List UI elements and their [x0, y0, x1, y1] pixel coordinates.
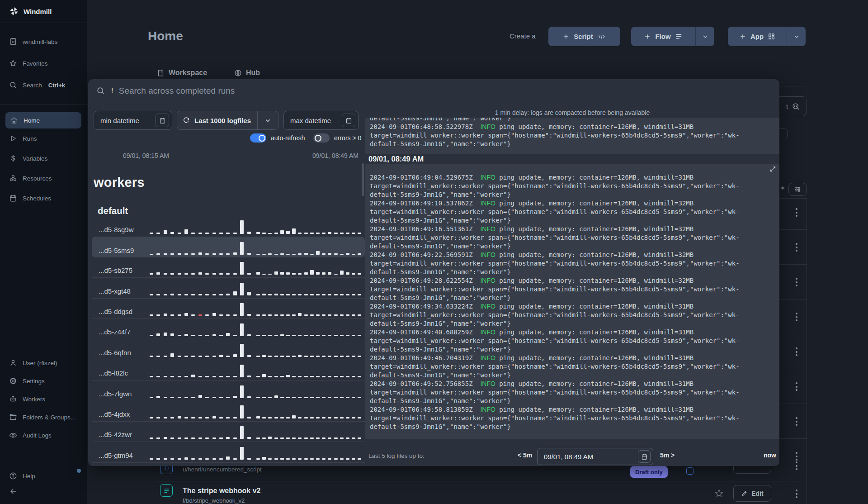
now-button[interactable]: now — [764, 452, 776, 459]
worker-row[interactable]: ...d5-7lgwn — [92, 380, 365, 401]
row-menu-button[interactable] — [796, 243, 797, 252]
worker-row[interactable]: ...d5-6qfnn — [92, 339, 365, 360]
sidebar-item-label: User (rfiszel) — [23, 360, 57, 366]
item-path[interactable]: u/henri/unencumbered_script — [183, 466, 262, 473]
activity-bar — [150, 314, 153, 316]
worker-row[interactable]: ...d5-8sg9w — [92, 216, 365, 237]
min-datetime-input[interactable]: min datetime — [94, 111, 172, 130]
flow-dropdown-button[interactable] — [695, 27, 714, 46]
log-line: 2024-09-01T06:49:58.813859Z INFO ping up… — [370, 405, 779, 414]
sidebar-item-runs[interactable]: Runs — [0, 128, 87, 148]
create-app-button[interactable]: App — [728, 27, 787, 46]
log-block-previous: default-5sms9-Jmn1G","name":"worker"}202… — [365, 118, 779, 154]
sidebar-item-audit-logs[interactable]: Audit Logs — [0, 426, 87, 444]
activity-bar — [198, 335, 202, 336]
item-title[interactable]: The stripe webhook v2 — [183, 487, 260, 495]
back-5m-button[interactable]: < 5m — [518, 452, 532, 459]
row-menu-button[interactable] — [796, 417, 797, 426]
app-dropdown-button[interactable] — [787, 27, 806, 46]
activity-bar — [280, 253, 284, 255]
scrollbar-thumb[interactable] — [362, 163, 364, 196]
sidebar-item-windmill-labs[interactable]: windmill-labs — [0, 31, 87, 52]
row-menu-button[interactable] — [796, 347, 797, 356]
edit-button[interactable]: Edit — [733, 485, 771, 502]
worker-row[interactable]: ...d5-xgt48 — [92, 278, 365, 298]
activity-bar — [156, 253, 160, 255]
activity-bar — [352, 294, 355, 295]
create-script-button[interactable]: Script — [548, 27, 620, 46]
calendar-icon[interactable] — [342, 114, 355, 127]
sidebar-item-schedules[interactable]: Schedules — [0, 188, 87, 208]
sidebar-item-home[interactable]: Home — [5, 112, 81, 128]
activity-bar — [292, 415, 296, 418]
tab-workspace[interactable]: Workspace — [157, 69, 207, 77]
forward-5m-button[interactable]: 5m > — [660, 452, 675, 459]
worker-row[interactable]: ...d5-4jdxx — [92, 401, 365, 422]
activity-bar — [352, 397, 355, 398]
worker-row[interactable]: ...d5-5sms9 — [92, 237, 365, 257]
sidebar-item-settings[interactable]: Settings — [0, 372, 87, 390]
worker-row[interactable]: ...d5-l82lc — [92, 360, 365, 380]
row-menu-button[interactable] — [796, 313, 797, 321]
max-datetime-input[interactable]: max datetime — [283, 111, 359, 130]
worker-row[interactable]: ...d5-ddgsd — [92, 299, 365, 319]
activity-bar — [358, 294, 361, 295]
activity-bar — [247, 273, 251, 275]
expand-icon[interactable] — [769, 166, 777, 173]
activity-bar — [205, 294, 209, 295]
sidebar-item-variables[interactable]: Variables — [0, 148, 87, 168]
activity-bar — [170, 294, 174, 295]
row-divider — [779, 404, 807, 404]
row-menu-button[interactable] — [796, 452, 797, 461]
logo[interactable]: Windmill — [0, 0, 87, 23]
sidebar-item-help[interactable]: Help — [0, 466, 87, 486]
filter-button[interactable] — [788, 183, 807, 196]
row-menu-button[interactable] — [796, 278, 797, 286]
runs-search-bar[interactable]: ! Search across completed runs — [88, 79, 779, 103]
activity-bar — [212, 437, 216, 439]
calendar-icon[interactable] — [156, 114, 169, 127]
activity-bar — [358, 397, 361, 398]
activity-bar — [156, 272, 160, 275]
errors-toggle[interactable] — [313, 133, 330, 143]
auto-refresh-toggle[interactable] — [250, 133, 266, 143]
calendar-icon[interactable] — [638, 450, 651, 463]
activity-bar — [205, 233, 209, 234]
row-menu-button[interactable] — [796, 382, 797, 391]
sidebar-item-user-rfiszel[interactable]: User (rfiszel) — [0, 354, 87, 372]
row-menu-button[interactable] — [796, 208, 797, 217]
collapse-sidebar-button[interactable] — [9, 487, 18, 496]
activity-bar — [310, 314, 314, 316]
activity-bar — [184, 356, 188, 357]
activity-bar — [226, 253, 230, 255]
sidebar-item-resources[interactable]: Resources — [0, 168, 87, 188]
activity-bar — [256, 376, 260, 377]
activity-bar — [316, 251, 320, 255]
worker-row[interactable]: ...d5-42zwr — [92, 422, 365, 442]
star-icon[interactable] — [714, 489, 724, 498]
activity-bar — [292, 314, 296, 316]
activity-bar — [316, 397, 320, 398]
activity-bar — [316, 437, 320, 439]
tab-hub[interactable]: Hub — [234, 69, 260, 77]
activity-bar — [212, 294, 216, 295]
sidebar-item-folders-groups[interactable]: Folders & Groups... — [0, 408, 87, 426]
row-menu-button[interactable] — [796, 490, 797, 498]
sidebar-item-favorites[interactable]: Favorites — [0, 52, 87, 74]
activity-bar — [156, 376, 160, 377]
activity-bar — [233, 252, 237, 255]
worker-row[interactable]: ...d5-z44f7 — [92, 319, 365, 339]
logfiles-select[interactable]: Last 1000 logfiles — [177, 111, 278, 130]
row-menu-button[interactable] — [796, 461, 797, 470]
activity-bar — [240, 344, 244, 357]
sidebar-item-search[interactable]: SearchCtrl+k — [0, 74, 87, 96]
activity-bar — [316, 272, 320, 275]
chevron-down-icon[interactable] — [257, 111, 278, 129]
activity-bar — [316, 314, 320, 316]
activity-bar — [191, 335, 195, 336]
worker-row[interactable]: ...d5-sb275 — [92, 257, 365, 278]
create-flow-button[interactable]: Flow — [631, 27, 695, 46]
activity-bar — [274, 233, 278, 234]
sidebar-item-workers[interactable]: Workers — [0, 390, 87, 408]
footer-datetime-input[interactable]: 09/01, 08:49 AM — [537, 448, 653, 465]
